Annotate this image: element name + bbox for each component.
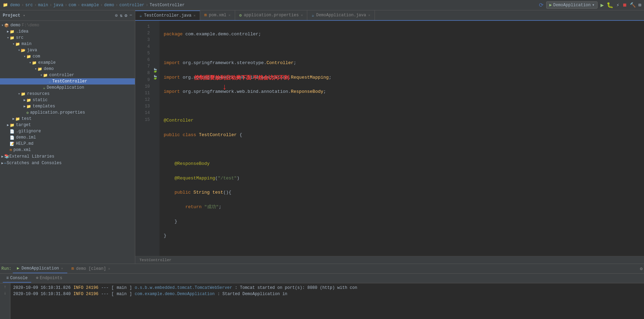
tab-pom[interactable]: m pom.xml ✕ (200, 10, 235, 20)
example-folder-icon: 📁 (32, 61, 37, 65)
tree-item-demoitml[interactable]: ▶ 📄 demo.iml (0, 134, 135, 141)
console-content: 2020-10-09 16:10:31.826 INFO 24196 --- [… (10, 283, 644, 319)
scroll-down-icon[interactable]: ↓ (4, 291, 6, 296)
tree-item-example[interactable]: ▾ 📁 example (0, 60, 135, 66)
scope-icon[interactable]: ⊙ (115, 13, 118, 18)
external-libraries-icon: 📚 (4, 154, 9, 159)
debug-icon[interactable]: 🐛 (607, 2, 613, 9)
log-timestamp-2: 2020-10-09 16:10:31.840 (13, 291, 71, 297)
code-line-1: package com.example.demo.controller; (164, 31, 644, 38)
tree-item-com[interactable]: ▾ 📁 com (0, 53, 135, 60)
line-numbers: 1 2 3 4 5 6 7 8 9 10 11 12 13 14 15 (135, 21, 153, 256)
scroll-up-icon[interactable]: ↑ (4, 285, 6, 290)
close-clean-tab[interactable]: ✕ (108, 267, 110, 271)
play-icon[interactable]: ▶ (600, 2, 604, 9)
tree-item-main[interactable]: ▾ 📁 main (0, 41, 135, 47)
external-libraries-item[interactable]: ▶ 📚 External Libraries (0, 153, 135, 160)
settings-bottom-icon[interactable]: ⚙ (640, 266, 643, 272)
tab-demoapp[interactable]: ☕ DemoApplication.java ✕ (307, 10, 375, 20)
minimize-icon[interactable]: − (129, 13, 132, 18)
log-level-2: INFO 24196 (74, 291, 98, 297)
top-bar: 📁 demo › src › main › java › com › examp… (0, 0, 644, 10)
run-toolbar: ↑ ↓ (0, 283, 10, 319)
close-tab-pom[interactable]: ✕ (229, 13, 231, 17)
run-clean-tab[interactable]: m demo [clean] ✕ (67, 264, 114, 273)
tree-item-demo2[interactable]: ▾ 📁 demo (0, 66, 135, 72)
scratches-consoles-item[interactable]: ▶ ✏️ Scratches and Consoles (0, 160, 135, 166)
tree-item-target[interactable]: ▶ 📁 target (0, 122, 135, 128)
code-line-8: public class TestController { (164, 132, 644, 139)
dropdown-icon: ▾ (592, 2, 594, 8)
tree-item-pomxml[interactable]: ▶ m pom.xml (0, 147, 135, 153)
editor-footer: TestController (135, 256, 644, 264)
run-coverage-icon[interactable]: ⚡ (616, 2, 619, 8)
java-file-icon: ☕ (49, 79, 51, 84)
maven-icon: m (10, 148, 12, 152)
build-icon[interactable]: 🔨 (630, 2, 636, 8)
code-content[interactable]: package com.example.demo.controller; imp… (160, 21, 644, 256)
layout-icon[interactable]: ⊞ (638, 2, 641, 8)
close-tab-testcontroller[interactable]: ✕ (194, 14, 196, 18)
log-class-2: com.example.demo.DemoApplication (135, 291, 214, 297)
tab-testcontroller[interactable]: ☕ TestController.java ✕ (135, 10, 200, 20)
editor-footer-filename: TestController (139, 258, 171, 262)
run-demoapplication-tab[interactable]: ▶ DemoApplication ✕ (13, 264, 67, 273)
code-line-9 (164, 146, 644, 153)
tree-item-templates[interactable]: ▶ 📁 templates (0, 103, 135, 109)
spring-app-icon: ☕ (43, 86, 45, 90)
tree-item-java[interactable]: ▾ 📂 java (0, 47, 135, 53)
controller-folder-icon: 📁 (43, 73, 48, 78)
tabs-bar: ☕ TestController.java ✕ m pom.xml ✕ ⚙ ap… (135, 10, 644, 21)
code-line-3: import org.springframework.stereotype.Co… (164, 60, 644, 67)
code-line-12: public String test(){ (164, 189, 644, 196)
sync-icon[interactable]: ⟳ (539, 2, 543, 9)
close-tab-appprops[interactable]: ✕ (301, 13, 303, 17)
code-editor[interactable]: 1 2 3 4 5 6 7 8 9 10 11 12 13 14 15 (135, 21, 644, 256)
tab-appprops[interactable]: ⚙ application.properties ✕ (235, 10, 308, 20)
code-line-4: import org.springframework.web.bind.anno… (164, 74, 644, 81)
equalize-icon[interactable]: ⇅ (120, 13, 123, 18)
run-panel-main: ↑ ↓ 2020-10-09 16:10:31.826 INFO 24196 -… (0, 283, 644, 319)
maven-run-icon: m (71, 266, 74, 271)
templates-label: templates (33, 104, 55, 109)
tree-item-idea[interactable]: ▶ 📁 .idea (0, 28, 135, 35)
console-tab[interactable]: ≡ Console (3, 274, 31, 283)
sidebar-header: Project ▾ ⊙ ⇅ ⚙ − (0, 10, 135, 21)
sidebar-title: Project (3, 13, 20, 18)
tree-item-appprops[interactable]: ▶ ⚙ application.properties (0, 109, 135, 116)
log-thread-2: main (117, 291, 127, 297)
tree-item-demoapplication[interactable]: ▶ ☕ DemoApplication (0, 85, 135, 91)
run-config-icon: ▶ (549, 2, 552, 8)
tree-item-static[interactable]: ▶ 📁 static (0, 97, 135, 103)
code-line-5: import org.springframework.web.bind.anno… (164, 88, 644, 96)
tree-item-testcontroller[interactable]: ▶ ☕ TestController (0, 78, 135, 85)
run-config-selector[interactable]: ▶ DemoApplication ▾ (546, 1, 598, 9)
settings-icon[interactable]: ⚙ (124, 13, 127, 18)
tree-item-src[interactable]: ▾ 📁 src (0, 35, 135, 41)
tree-item-helpmd[interactable]: ▶ 📝 HELP.md (0, 141, 135, 147)
log-thread-1: main (117, 285, 127, 291)
external-libraries-label: External Libraries (9, 154, 54, 159)
java-tab2-icon: ☕ (311, 13, 314, 18)
close-tab-demoapp[interactable]: ✕ (368, 13, 370, 17)
close-run-tab[interactable]: ✕ (61, 266, 63, 271)
tree-item-test[interactable]: ▶ 📁 test (0, 116, 135, 122)
module-icon: 📦 (4, 23, 9, 28)
endpoints-icon: ⊕ (36, 275, 38, 281)
tree-item-resources[interactable]: ▾ 📁 resources (0, 91, 135, 97)
console-icon: ≡ (6, 276, 9, 281)
spring-line8-icon: 🍃 (153, 75, 158, 80)
tree-item-gitignore[interactable]: ▶ 📄 .gitignore (0, 128, 135, 134)
endpoints-tab[interactable]: ⊕ Endpoints (33, 274, 66, 283)
test-folder-icon: 📁 (15, 117, 20, 121)
com-folder-icon: 📁 (26, 54, 31, 59)
run-app-label: DemoApplication (22, 266, 59, 271)
bottom-tabs-bar: Run: ▶ DemoApplication ✕ m demo [clean] … (0, 264, 644, 274)
stop-icon[interactable]: ⏹ (622, 2, 627, 8)
props-file-icon: ⚙ (26, 110, 29, 115)
console-tab-label: Console (10, 276, 27, 281)
tree-item-controller[interactable]: ▾ 📁 controller (0, 72, 135, 78)
tree-item-demo[interactable]: ▾ 📦 demo F:\demo (0, 22, 135, 28)
log-msg-1: : Tomcat started on port(s): 8080 (http)… (235, 285, 357, 291)
log-class-1: o.s.b.w.embedded.tomcat.TomcatWebServer (135, 285, 232, 291)
